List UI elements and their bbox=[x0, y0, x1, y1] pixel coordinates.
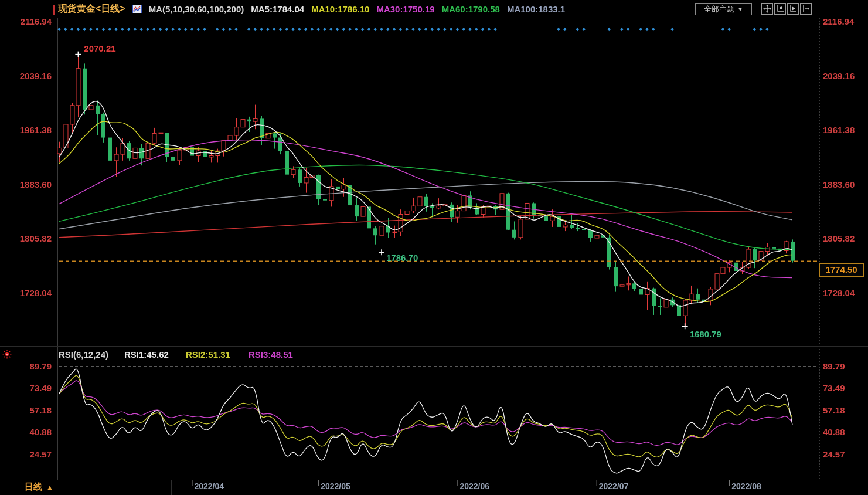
x-axis-month: 2022/06 bbox=[459, 482, 489, 491]
price-axis-label: 1728.04 bbox=[823, 288, 866, 298]
rsi3-value: RSI3:48.51 bbox=[249, 350, 293, 360]
current-price-value: 1774.50 bbox=[825, 265, 857, 274]
ma100-value: MA100:1833.1 bbox=[507, 4, 565, 14]
price-axis-label: 1728.04 bbox=[8, 288, 52, 298]
price-axis-label: 1961.38 bbox=[8, 125, 52, 135]
price-axis-label: 1883.60 bbox=[823, 179, 866, 189]
playback-icon bbox=[789, 5, 797, 13]
rsi-axis-label: 57.18 bbox=[8, 405, 52, 415]
rsi1-value: RSI1:45.62 bbox=[124, 350, 169, 360]
pan-crosshair-icon bbox=[763, 5, 771, 13]
theme-dropdown-button[interactable]: 全部主题 ▼ bbox=[695, 3, 752, 15]
rsi-axis-label: 57.18 bbox=[823, 405, 866, 415]
x-axis-month: 2022/04 bbox=[194, 482, 224, 491]
price-axis-label: 2039.16 bbox=[823, 71, 866, 81]
rsi-axis-label: 40.88 bbox=[823, 427, 866, 437]
x-axis-month: 2022/07 bbox=[599, 482, 629, 491]
price-axis-label: 1805.82 bbox=[8, 233, 52, 243]
price-axis-label: 1805.82 bbox=[823, 233, 866, 243]
pane-expand-button[interactable] bbox=[800, 3, 812, 15]
rsi-axis-label: 24.57 bbox=[8, 449, 52, 459]
chart-header: 现货黄金<日线> MA(5,10,30,60,100,200) MA5:1784… bbox=[58, 2, 565, 16]
pan-tool-button[interactable] bbox=[761, 3, 773, 15]
chart-canvas[interactable] bbox=[0, 0, 868, 495]
theme-dropdown-label: 全部主题 bbox=[704, 4, 734, 15]
triangle-up-icon: ▲ bbox=[46, 483, 53, 491]
price-axis-label: 2039.16 bbox=[8, 71, 52, 81]
trading-chart-window: 现货黄金<日线> MA(5,10,30,60,100,200) MA5:1784… bbox=[0, 0, 868, 495]
ma5-value: MA5:1784.04 bbox=[251, 4, 304, 14]
ma-settings-label: MA(5,10,30,60,100,200) bbox=[149, 4, 244, 14]
price-axis-label: 2116.94 bbox=[823, 16, 866, 26]
chart-type-icon[interactable] bbox=[132, 5, 142, 13]
low-price-annotation: 1680.79 bbox=[690, 329, 721, 339]
rsi-axis-label: 73.49 bbox=[8, 383, 52, 393]
period-selector-button[interactable]: 日线 ▲ bbox=[25, 482, 53, 493]
ma60-value: MA60:1790.58 bbox=[442, 4, 500, 14]
rsi-axis-label: 40.88 bbox=[8, 427, 52, 437]
rsi-axis-label: 89.79 bbox=[823, 361, 866, 371]
rsi-settings-label: RSI(6,12,24) bbox=[59, 350, 108, 360]
ma10-value: MA10:1786.10 bbox=[311, 4, 369, 14]
x-axis-month: 2022/08 bbox=[731, 482, 761, 491]
playback-button[interactable] bbox=[787, 3, 799, 15]
x-axis-month: 2022/05 bbox=[321, 482, 350, 491]
price-axis-label: 1961.38 bbox=[823, 125, 866, 135]
arrow-out-icon bbox=[802, 5, 810, 13]
axis-fit-icon bbox=[776, 5, 784, 13]
price-axis-label: 1883.60 bbox=[8, 179, 52, 189]
instrument-title: 现货黄金<日线> bbox=[58, 3, 125, 15]
edge-marker bbox=[53, 5, 55, 15]
high-price-annotation: 2070.21 bbox=[84, 43, 115, 53]
ma30-value: MA30:1750.19 bbox=[376, 4, 434, 14]
rsi-axis-label: 73.49 bbox=[823, 383, 866, 393]
rsi2-value: RSI2:51.31 bbox=[186, 350, 230, 360]
period-label: 日线 bbox=[25, 482, 42, 493]
rsi-axis-label: 89.79 bbox=[8, 361, 52, 371]
current-price-tag: 1774.50 bbox=[819, 263, 864, 277]
chevron-down-icon: ▼ bbox=[737, 6, 743, 12]
fit-scale-button[interactable] bbox=[774, 3, 786, 15]
pullback-low-annotation: 1786.70 bbox=[386, 253, 418, 263]
alert-dot-icon[interactable] bbox=[2, 349, 12, 362]
rsi-axis-label: 24.57 bbox=[823, 449, 866, 459]
price-axis-label: 2116.94 bbox=[8, 16, 52, 26]
